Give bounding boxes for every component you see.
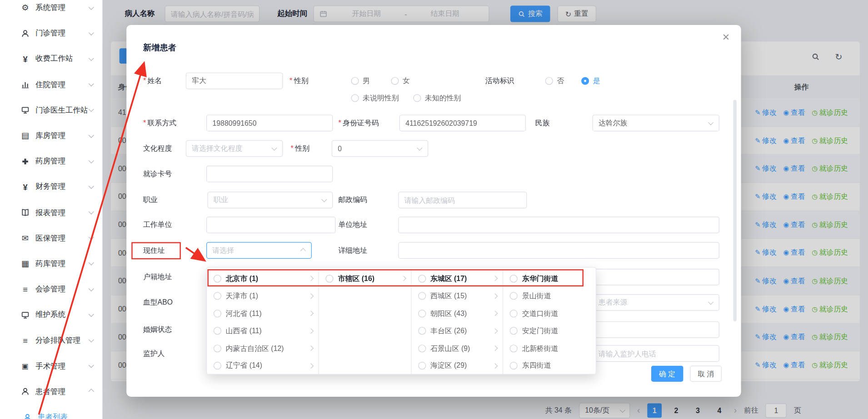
sidebar-item-warehouse[interactable]: ▤ 库房管理 <box>0 123 102 148</box>
sidebar-item-surgery[interactable]: ▣ 手术管理 <box>0 353 102 379</box>
gender2-select[interactable]: 0 <box>332 140 428 157</box>
ethnic-select[interactable]: 达斡尔族 <box>592 115 719 132</box>
radio-icon[interactable] <box>510 275 518 282</box>
sidebar-item-maintenance[interactable]: 维护系统 <box>0 302 102 327</box>
chevron-down-icon <box>89 30 94 35</box>
modal-scrollbar[interactable] <box>733 100 737 321</box>
sidebar-item-insurance[interactable]: ✉ 医保管理 <box>0 225 102 251</box>
radio-icon <box>545 77 553 85</box>
sidebar-item-patient[interactable]: 患者管理 <box>0 379 102 404</box>
radio-icon[interactable] <box>326 275 334 282</box>
cascader-option-province[interactable]: 河北省 (11) <box>207 305 319 322</box>
radio-icon[interactable] <box>418 327 426 335</box>
list-icon: ≡ <box>20 285 30 294</box>
visit-card-input[interactable] <box>206 166 333 182</box>
sidebar-item-label: 住院管理 <box>35 79 89 89</box>
gender-radio-female[interactable]: 女 <box>391 73 409 89</box>
current-address-label: 现住址 <box>143 242 165 259</box>
unit-address-input[interactable] <box>398 217 719 233</box>
cascader-option-district[interactable]: 石景山区 (9) <box>412 340 503 357</box>
idcard-input[interactable] <box>399 115 526 132</box>
chevron-up-icon <box>89 389 94 394</box>
sidebar-item-consultation[interactable]: ≡ 会诊管理 <box>0 276 102 302</box>
sidebar-item-pharmacy[interactable]: 药房管理 <box>0 148 102 174</box>
cascader-option-province[interactable]: 天津市 (1) <box>207 287 319 305</box>
gender-radio-unstated[interactable]: 未说明性别 <box>351 90 399 107</box>
cascader-option-street[interactable]: 东华门街道 <box>504 270 596 287</box>
sidebar-item-report[interactable]: 报表管理 <box>0 200 102 225</box>
cascader-option-province[interactable]: 内蒙古自治区 (12) <box>207 340 319 357</box>
contact-input[interactable] <box>206 115 333 132</box>
chevron-down-icon <box>417 145 422 150</box>
radio-icon[interactable] <box>418 292 426 300</box>
radio-icon[interactable] <box>510 292 518 300</box>
radio-icon[interactable] <box>510 362 518 370</box>
cascader-option-street[interactable]: 安定门街道 <box>504 322 596 340</box>
gender-radio-unknown[interactable]: 未知的性别 <box>413 90 461 107</box>
sidebar-item-label: 分诊排队管理 <box>35 335 89 345</box>
cascader-option-district[interactable]: 东城区 (17) <box>412 270 503 287</box>
radio-icon[interactable] <box>418 310 426 317</box>
current-address-cascader[interactable]: 请选择 <box>206 242 312 259</box>
sidebar-item-outpatient-doctor[interactable]: 门诊医生工作站 <box>0 98 102 123</box>
radio-icon[interactable] <box>510 345 518 352</box>
cascader-option-district[interactable]: 丰台区 (26) <box>412 322 503 340</box>
confirm-button[interactable]: 确 定 <box>651 366 683 382</box>
sidebar-item-drugstore[interactable]: ▦ 药库管理 <box>0 251 102 276</box>
sidebar-subitem-patient-list[interactable]: 患者列表 <box>0 404 102 419</box>
chevron-down-icon <box>89 363 94 368</box>
radio-icon[interactable] <box>510 327 518 335</box>
patient-source-select[interactable]: 患者来源 <box>592 294 719 311</box>
occupation-select[interactable]: 职业 <box>207 192 333 208</box>
list-icon: ≡ <box>20 336 30 345</box>
active-radio-yes[interactable]: 是 <box>581 73 600 89</box>
guardian-phone-input[interactable] <box>592 345 719 362</box>
sidebar-item-label: 维护系统 <box>35 310 89 320</box>
radio-icon[interactable] <box>214 362 221 370</box>
cascader-option-district[interactable]: 海淀区 (29) <box>412 357 503 374</box>
sidebar-item-inpatient[interactable]: 住院管理 <box>0 72 102 97</box>
unit-address-label: 单位地址 <box>339 217 367 233</box>
radio-icon[interactable] <box>214 345 221 352</box>
cascader-option-province[interactable]: 北京市 (1) <box>207 270 319 287</box>
sidebar-item-system[interactable]: ⚙ 系统管理 <box>0 0 102 20</box>
radio-icon[interactable] <box>510 310 518 317</box>
cascader-option-street[interactable]: 东四街道 <box>504 357 596 374</box>
cascader-option-city[interactable]: 市辖区 (16) <box>319 270 411 287</box>
sidebar-item-charge-station[interactable]: ¥ 收费工作站 <box>0 46 102 72</box>
cancel-button[interactable]: 取 消 <box>690 366 722 382</box>
detail-address-input[interactable] <box>398 242 719 259</box>
sidebar-item-finance[interactable]: ¥ 财务管理 <box>0 174 102 200</box>
radio-icon[interactable] <box>418 345 426 352</box>
cascader-option-province[interactable]: 山西省 (11) <box>207 322 319 340</box>
chevron-down-icon <box>89 4 94 10</box>
cascader-option-district[interactable]: 西城区 (15) <box>412 287 503 305</box>
radio-icon[interactable] <box>418 275 426 282</box>
cascader-option-district[interactable]: 朝阳区 (43) <box>412 305 503 322</box>
education-label: 文化程度 <box>143 140 172 157</box>
sidebar: ⚙ 系统管理 门诊管理 ¥ 收费工作站 住院管理 门诊医生工作站 <box>0 0 103 419</box>
radio-icon[interactable] <box>214 275 221 282</box>
sidebar-item-triage-queue[interactable]: ≡ 分诊排队管理 <box>0 328 102 353</box>
radio-icon[interactable] <box>214 327 221 335</box>
cascader-option-street[interactable]: 北新桥街道 <box>504 340 596 357</box>
active-radio-no[interactable]: 否 <box>545 73 564 89</box>
cascader-option-province[interactable]: 辽宁省 (14) <box>207 357 319 374</box>
blood-type-label: 血型ABO <box>143 294 173 311</box>
gender-radio-male[interactable]: 男 <box>351 73 370 89</box>
chevron-right-icon <box>309 363 314 369</box>
cascader-option-street[interactable]: 景山街道 <box>504 287 596 305</box>
radio-icon[interactable] <box>214 292 221 300</box>
education-select[interactable]: 请选择文化程度 <box>186 140 283 157</box>
sidebar-item-outpatient[interactable]: 门诊管理 <box>0 20 102 46</box>
work-unit-input[interactable] <box>206 217 335 233</box>
radio-icon[interactable] <box>214 310 221 317</box>
radio-icon[interactable] <box>418 362 426 370</box>
household-address-input[interactable] <box>592 269 719 286</box>
name-input[interactable] <box>186 73 283 89</box>
cascader-option-street[interactable]: 交道口街道 <box>504 305 596 322</box>
chevron-down-icon <box>708 299 713 305</box>
required-mark: * <box>291 144 294 152</box>
close-icon[interactable]: ✕ <box>722 32 730 44</box>
postal-input[interactable] <box>398 192 527 208</box>
